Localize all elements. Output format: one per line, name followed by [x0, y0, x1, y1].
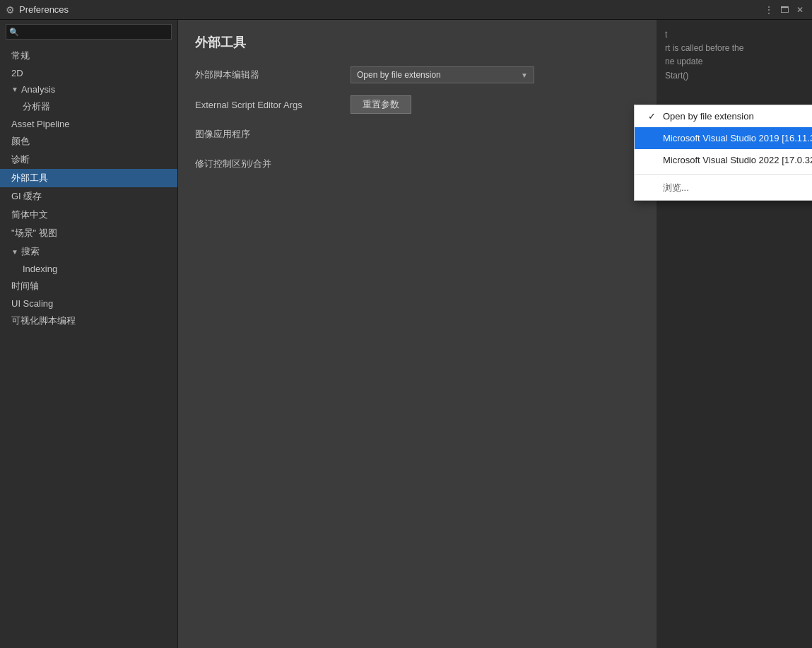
sidebar-item-analyzer[interactable]: 分析器 — [0, 98, 177, 116]
external-editor-dropdown[interactable]: Open by file extension ▼ — [351, 66, 534, 83]
sidebar-item-search-label: 搜索 — [21, 245, 40, 258]
preferences-icon: ⚙ — [6, 4, 15, 16]
close-button[interactable]: ✕ — [794, 4, 806, 16]
search-arrow-icon: ▼ — [11, 248, 18, 256]
dropdown-current-value: Open by file extension — [357, 70, 441, 80]
sidebar-item-asset-pipeline[interactable]: Asset Pipeline — [0, 116, 177, 132]
dropdown-option-label-browse: 浏览... — [663, 182, 689, 194]
sidebar-item-general[interactable]: 常规 — [0, 47, 177, 65]
main-layout: 🔍 常规 2D ▼ Analysis 分析器 Asset Pipeline 颜色… — [0, 20, 812, 648]
dropdown-option-label-3: Microsoft Visual Studio 2022 [17.0.32014… — [663, 155, 812, 165]
arrow-icon: ▼ — [11, 86, 18, 93]
dropdown-option-label-1: Open by file extension — [663, 111, 754, 122]
minimize-button[interactable]: 🗖 — [778, 4, 791, 16]
sidebar-item-timeline[interactable]: 时间轴 — [0, 277, 177, 295]
external-editor-label: 外部脚本编辑器 — [195, 69, 351, 81]
dropdown-option-open-by-extension[interactable]: ✓ Open by file extension — [635, 105, 812, 127]
external-editor-row: 外部脚本编辑器 Open by file extension ▼ — [195, 65, 795, 85]
dropdown-arrow-icon: ▼ — [521, 71, 528, 79]
title-bar-controls: ⋮ 🗖 ✕ — [763, 4, 806, 16]
sidebar-item-gi-cache[interactable]: GI 缓存 — [0, 187, 177, 206]
search-icon: 🔍 — [9, 28, 19, 37]
reset-params-button[interactable]: 重置参数 — [351, 95, 411, 114]
sidebar-nav: 常规 2D ▼ Analysis 分析器 Asset Pipeline 颜色 诊… — [0, 44, 177, 648]
sidebar-item-visual-scripting[interactable]: 可视化脚本编程 — [0, 312, 177, 330]
script-editor-args-label: External Script Editor Args — [195, 100, 351, 110]
sidebar-item-analysis-label: Analysis — [21, 84, 55, 95]
revision-control-label: 修订控制区别/合并 — [195, 158, 351, 170]
check-icon: ✓ — [646, 111, 657, 122]
title-bar: ⚙ Preferences ⋮ 🗖 ✕ — [0, 0, 812, 20]
external-editor-control: Open by file extension ▼ — [351, 66, 795, 83]
sidebar-item-indexing[interactable]: Indexing — [0, 261, 177, 277]
sidebar-item-color[interactable]: 颜色 — [0, 132, 177, 151]
dropdown-option-label-2: Microsoft Visual Studio 2019 [16.11.3292… — [663, 133, 812, 143]
sidebar-item-scene-view[interactable]: "场景" 视图 — [0, 224, 177, 242]
search-input[interactable] — [6, 24, 172, 40]
sidebar-item-search[interactable]: ▼ 搜索 — [0, 242, 177, 261]
dropdown-menu: ✓ Open by file extension Microsoft Visua… — [634, 105, 812, 201]
sidebar-item-analysis[interactable]: ▼ Analysis — [0, 81, 177, 98]
dropdown-option-browse[interactable]: 浏览... — [635, 177, 812, 200]
search-bar: 🔍 — [0, 20, 177, 44]
sidebar-item-external-tools[interactable]: 外部工具 — [0, 169, 177, 187]
image-app-label: 图像应用程序 — [195, 128, 351, 141]
dropdown-option-vs2019[interactable]: Microsoft Visual Studio 2019 [16.11.3292… — [635, 127, 812, 149]
sidebar-item-ui-scaling[interactable]: UI Scaling — [0, 295, 177, 312]
page-title: 外部工具 — [195, 34, 795, 51]
menu-button[interactable]: ⋮ — [763, 4, 775, 16]
window-title: Preferences — [19, 4, 763, 15]
right-panel: t rt is called before the ne update Star… — [178, 20, 812, 648]
sidebar-item-diagnostics[interactable]: 诊断 — [0, 151, 177, 169]
dropdown-divider — [635, 174, 812, 175]
sidebar-item-simplified-chinese[interactable]: 简体中文 — [0, 206, 177, 224]
dropdown-option-vs2022[interactable]: Microsoft Visual Studio 2022 [17.0.32014… — [635, 149, 812, 171]
sidebar-item-2d[interactable]: 2D — [0, 65, 177, 81]
sidebar: 🔍 常规 2D ▼ Analysis 分析器 Asset Pipeline 颜色… — [0, 20, 178, 648]
